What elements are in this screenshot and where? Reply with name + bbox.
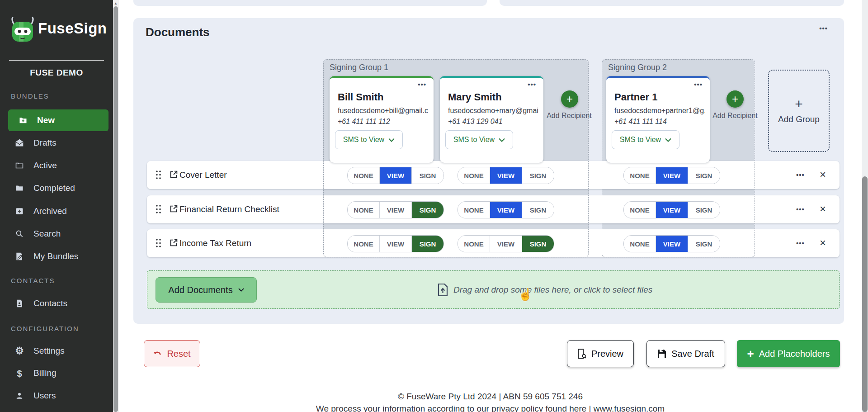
panel-title: Documents: [146, 25, 210, 39]
recipient-card-bill-smith: ••• Bill Smith fusedocsdemo+bill@gmail.c…: [330, 76, 434, 163]
document-edit-icon: [14, 251, 24, 261]
row-remove-icon[interactable]: ×: [820, 161, 826, 188]
search-icon: [14, 229, 24, 239]
panel-menu-ellipsis-icon[interactable]: •••: [819, 24, 828, 32]
app-logo-text: FuseSign: [38, 20, 107, 37]
recipient-phone: +61 411 111 114: [614, 118, 667, 126]
permission-view-button[interactable]: VIEW: [656, 236, 688, 252]
permission-sign-button[interactable]: SIGN: [688, 167, 720, 184]
page-scrollbar[interactable]: [862, 0, 868, 412]
add-recipient-button[interactable]: +: [726, 90, 744, 108]
sidebar-item-new[interactable]: New: [8, 109, 108, 131]
sidebar-scrollbar[interactable]: ▲: [113, 0, 119, 412]
row-menu-ellipsis-icon[interactable]: •••: [796, 161, 805, 189]
page-scrollbar-thumb[interactable]: [862, 176, 868, 412]
permission-sign-button[interactable]: SIGN: [412, 202, 443, 218]
sidebar-item-users[interactable]: Users: [5, 385, 109, 407]
sms-to-view-dropdown[interactable]: SMS to View: [612, 130, 679, 149]
drag-handle-icon[interactable]: [156, 170, 161, 181]
sidebar-scrollbar-thumb[interactable]: [113, 6, 118, 412]
permission-none-button[interactable]: NONE: [348, 202, 380, 218]
add-recipient-label: Add Recipient: [544, 111, 594, 120]
envelope-open-icon: [14, 138, 24, 148]
permission-view-button[interactable]: VIEW: [656, 202, 688, 218]
permission-sign-button[interactable]: SIGN: [522, 167, 554, 184]
permission-none-button[interactable]: NONE: [624, 236, 656, 252]
scrollbar-up-arrow-icon[interactable]: ▲: [114, 1, 118, 5]
sidebar-item-settings[interactable]: ⚙ Settings: [5, 340, 109, 362]
permission-none-button[interactable]: NONE: [624, 202, 656, 218]
permission-toggle-group: NONEVIEWSIGN: [458, 167, 554, 184]
recipient-card-mary-smith: ••• Mary Smith fusedocsdemo+mary@gmai...…: [440, 76, 543, 163]
folder-outline-icon: [14, 161, 24, 170]
permission-view-button[interactable]: VIEW: [490, 167, 522, 184]
permission-view-button[interactable]: VIEW: [656, 167, 688, 184]
sidebar: FuseSign FUSE DEMO BUNDLES New Drafts Ac…: [0, 0, 113, 412]
sidebar-item-contacts[interactable]: Contacts: [5, 293, 109, 314]
undo-icon: [153, 350, 162, 358]
add-group-button[interactable]: + Add Group: [768, 70, 830, 152]
top-card-right: [500, 0, 844, 6]
permission-none-button[interactable]: NONE: [458, 236, 490, 252]
sidebar-item-my-bundles[interactable]: My Bundles: [5, 246, 109, 267]
drag-handle-icon[interactable]: [156, 204, 161, 216]
row-remove-icon[interactable]: ×: [820, 229, 826, 256]
permission-none-button[interactable]: NONE: [458, 167, 490, 184]
permission-sign-button[interactable]: SIGN: [522, 202, 554, 218]
permission-view-button[interactable]: VIEW: [380, 236, 412, 252]
permission-sign-button[interactable]: SIGN: [412, 167, 443, 184]
open-document-icon[interactable]: [169, 170, 179, 181]
add-documents-button[interactable]: Add Documents: [156, 277, 257, 303]
permission-sign-button[interactable]: SIGN: [412, 236, 443, 252]
signing-group-1-label: Signing Group 1: [330, 63, 388, 72]
row-menu-ellipsis-icon[interactable]: •••: [796, 195, 805, 223]
recipient-menu-ellipsis-icon[interactable]: •••: [694, 81, 703, 88]
upload-file-icon: [438, 284, 448, 296]
section-header-contacts: CONTACTS: [11, 277, 101, 284]
reset-button[interactable]: Reset: [144, 340, 200, 367]
section-header-configuration: CONFIGURATION: [11, 325, 101, 332]
permission-sign-button[interactable]: SIGN: [688, 236, 720, 252]
permission-view-button[interactable]: VIEW: [380, 202, 412, 218]
add-placeholders-button[interactable]: + Add Placeholders: [737, 340, 840, 367]
permission-none-button[interactable]: NONE: [458, 202, 490, 218]
sidebar-item-drafts[interactable]: Drafts: [5, 132, 109, 154]
permission-sign-button[interactable]: SIGN: [522, 236, 554, 252]
document-name: Financial Return Checklist: [179, 195, 279, 223]
sidebar-item-archived[interactable]: Archived: [5, 200, 109, 222]
org-name: FUSE DEMO: [0, 68, 113, 78]
recipient-menu-ellipsis-icon[interactable]: •••: [528, 81, 536, 88]
fusesign-logo-icon: [10, 15, 36, 43]
sidebar-item-search[interactable]: Search: [5, 223, 109, 245]
plus-icon: +: [747, 348, 754, 360]
add-recipient-button[interactable]: +: [561, 90, 578, 108]
open-document-icon[interactable]: [169, 204, 179, 216]
permission-none-button[interactable]: NONE: [348, 167, 380, 184]
sidebar-item-active[interactable]: Active: [5, 155, 109, 176]
permission-sign-button[interactable]: SIGN: [688, 202, 720, 218]
open-document-icon[interactable]: [169, 238, 179, 250]
drag-handle-icon[interactable]: [156, 238, 161, 250]
preview-button[interactable]: Preview: [567, 340, 634, 367]
sms-to-view-dropdown[interactable]: SMS to View: [335, 130, 403, 149]
save-draft-button[interactable]: Save Draft: [646, 340, 725, 367]
sms-to-view-dropdown[interactable]: SMS to View: [445, 130, 513, 149]
permission-view-button[interactable]: VIEW: [380, 167, 412, 184]
permission-none-button[interactable]: NONE: [624, 167, 656, 184]
document-row-cover-letter: Cover Letter NONEVIEWSIGN NONEVIEWSIGN N…: [147, 161, 840, 189]
folder-plus-icon: [18, 115, 28, 125]
permission-none-button[interactable]: NONE: [348, 236, 380, 252]
recipient-email: fusedocsdemo+bill@gmail.c...: [338, 107, 428, 115]
permission-view-button[interactable]: VIEW: [490, 202, 522, 218]
sidebar-item-completed[interactable]: Completed: [5, 177, 109, 199]
recipient-card-partner-1: ••• Partner 1 fusedocsdemo+partner1@g...…: [606, 76, 710, 163]
permission-view-button[interactable]: VIEW: [490, 236, 522, 252]
recipient-menu-ellipsis-icon[interactable]: •••: [418, 81, 426, 88]
row-menu-ellipsis-icon[interactable]: •••: [796, 229, 805, 257]
chevron-down-icon: [499, 138, 505, 142]
permission-toggle-group: NONEVIEWSIGN: [623, 201, 720, 218]
file-dropzone[interactable]: Add Documents Drag and drop some files h…: [147, 270, 840, 309]
sidebar-item-billing[interactable]: $ Billing: [5, 362, 109, 384]
fusesign-app: FuseSign FUSE DEMO BUNDLES New Drafts Ac…: [0, 0, 868, 412]
row-remove-icon[interactable]: ×: [820, 195, 826, 223]
